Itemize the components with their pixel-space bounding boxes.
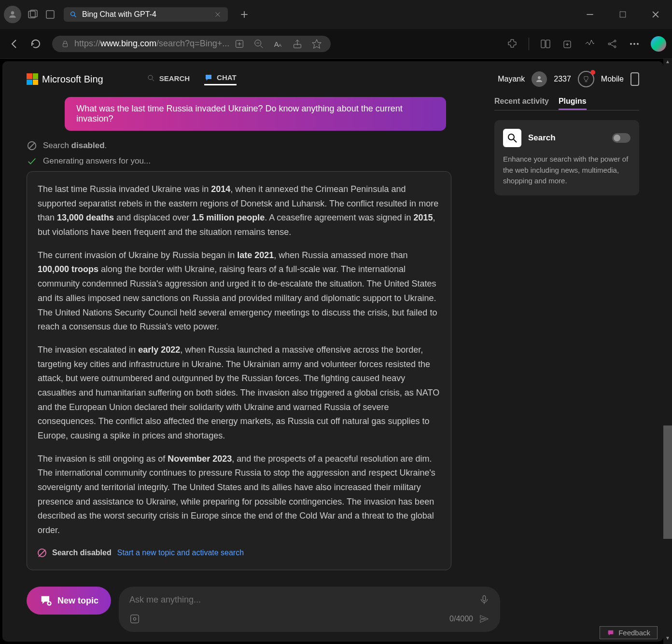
page-content: Microsoft Bing SEARCH CHAT Mayank 2337 M… bbox=[2, 61, 663, 642]
svg-point-45 bbox=[508, 134, 514, 140]
browser-toolbar: https://www.bing.com/search?q=Bing+... A… bbox=[0, 29, 672, 59]
scroll-thumb[interactable] bbox=[663, 425, 672, 539]
image-search-icon[interactable] bbox=[129, 614, 140, 624]
search-icon bbox=[147, 74, 155, 82]
user-name[interactable]: Mayank bbox=[498, 75, 525, 83]
svg-line-19 bbox=[261, 45, 263, 48]
svg-point-32 bbox=[614, 46, 616, 48]
svg-line-39 bbox=[152, 79, 154, 81]
trophy-icon bbox=[582, 75, 590, 83]
browser-tab[interactable]: Bing Chat with GPT-4 bbox=[64, 7, 228, 22]
svg-marker-24 bbox=[312, 39, 321, 48]
microsoft-logo-icon bbox=[27, 73, 38, 85]
svg-rect-26 bbox=[546, 40, 550, 48]
svg-text:A: A bbox=[279, 42, 282, 47]
close-window-button[interactable] bbox=[651, 10, 660, 19]
restart-topic-link[interactable]: Start a new topic and activate search bbox=[117, 547, 244, 559]
mobile-label[interactable]: Mobile bbox=[601, 75, 624, 83]
scroll-down-arrow[interactable]: ▼ bbox=[663, 635, 672, 644]
tab-title: Bing Chat with GPT-4 bbox=[82, 10, 209, 19]
nav-search-tab[interactable]: SEARCH bbox=[147, 73, 190, 85]
workspaces-icon[interactable] bbox=[27, 9, 39, 20]
svg-point-35 bbox=[630, 43, 632, 44]
plugin-description: Enhance your search with the power of th… bbox=[503, 154, 630, 187]
svg-point-53 bbox=[133, 617, 136, 620]
chat-icon bbox=[204, 73, 213, 82]
address-bar[interactable]: https://www.bing.com/search?q=Bing+... A… bbox=[52, 36, 331, 52]
generating-status: Generating answers for you... bbox=[27, 156, 475, 166]
plugin-name: Search bbox=[528, 133, 605, 143]
svg-rect-11 bbox=[620, 12, 626, 17]
scroll-up-arrow[interactable]: ▲ bbox=[663, 59, 672, 68]
bing-logo[interactable]: Microsoft Bing bbox=[27, 73, 103, 85]
new-topic-button[interactable]: New topic bbox=[27, 587, 111, 615]
recent-activity-tab[interactable]: Recent activity bbox=[494, 97, 549, 110]
collections-icon[interactable] bbox=[562, 38, 574, 50]
share-icon[interactable] bbox=[606, 38, 618, 50]
rewards-points[interactable]: 2337 bbox=[554, 75, 571, 83]
svg-point-31 bbox=[614, 40, 616, 42]
user-avatar[interactable] bbox=[532, 71, 547, 87]
url-text: https://www.bing.com/search?q=Bing+... bbox=[74, 39, 229, 49]
notification-dot bbox=[590, 70, 595, 75]
pane-icon[interactable] bbox=[44, 9, 56, 20]
profile-avatar[interactable] bbox=[4, 6, 21, 23]
char-counter: 0/4000 bbox=[449, 615, 473, 623]
svg-rect-50 bbox=[483, 596, 486, 601]
disabled-icon bbox=[27, 140, 37, 151]
new-tab-icon[interactable] bbox=[239, 10, 249, 19]
search-disabled-status: Search disabled. bbox=[27, 140, 475, 151]
more-icon[interactable] bbox=[629, 38, 640, 50]
share-addr-icon[interactable] bbox=[292, 39, 303, 49]
mic-icon[interactable] bbox=[479, 594, 490, 605]
refresh-button[interactable] bbox=[30, 38, 42, 50]
nav-chat-tab[interactable]: CHAT bbox=[204, 73, 237, 85]
title-bar: Bing Chat with GPT-4 bbox=[0, 0, 672, 29]
svg-point-30 bbox=[608, 43, 610, 45]
svg-point-40 bbox=[538, 76, 541, 79]
svg-point-38 bbox=[148, 75, 153, 80]
plugin-card-search: Search Enhance your search with the powe… bbox=[494, 120, 639, 195]
app-icon[interactable] bbox=[234, 39, 245, 49]
copilot-icon[interactable] bbox=[651, 36, 666, 52]
svg-line-44 bbox=[29, 143, 35, 149]
svg-line-46 bbox=[514, 139, 517, 142]
feedback-icon bbox=[607, 629, 615, 637]
svg-line-34 bbox=[610, 44, 614, 46]
back-button[interactable] bbox=[9, 38, 20, 50]
svg-rect-52 bbox=[131, 615, 139, 623]
performance-icon[interactable] bbox=[584, 38, 596, 50]
new-topic-icon bbox=[39, 594, 53, 607]
vertical-scrollbar[interactable]: ▲ ▼ bbox=[663, 59, 672, 644]
split-screen-icon[interactable] bbox=[540, 38, 551, 50]
svg-line-5 bbox=[74, 15, 76, 17]
search-disabled-icon bbox=[38, 548, 46, 557]
minimize-button[interactable] bbox=[585, 10, 595, 19]
zoom-out-icon[interactable] bbox=[253, 39, 264, 49]
svg-point-37 bbox=[637, 43, 639, 44]
lock-icon bbox=[61, 40, 70, 48]
extensions-icon[interactable] bbox=[506, 38, 518, 50]
plugin-search-icon bbox=[503, 129, 521, 147]
rewards-badge[interactable] bbox=[578, 71, 594, 87]
mobile-icon[interactable] bbox=[630, 72, 639, 86]
svg-rect-3 bbox=[46, 11, 54, 18]
search-icon bbox=[70, 11, 77, 18]
plugins-tab[interactable]: Plugins bbox=[559, 97, 587, 110]
check-icon bbox=[27, 156, 37, 166]
svg-point-4 bbox=[71, 12, 75, 16]
user-message: What was the last time Russia invaded Uk… bbox=[65, 97, 446, 131]
maximize-button[interactable] bbox=[618, 10, 628, 19]
reading-view-icon[interactable]: AA bbox=[273, 39, 283, 49]
close-tab-icon[interactable] bbox=[213, 10, 222, 19]
plugin-toggle[interactable] bbox=[612, 133, 630, 143]
svg-line-33 bbox=[610, 41, 614, 43]
ask-box: 0/4000 bbox=[119, 587, 500, 632]
ask-input[interactable] bbox=[129, 595, 473, 605]
feedback-button[interactable]: Feedback bbox=[600, 626, 658, 639]
svg-rect-25 bbox=[541, 40, 545, 48]
answer-card: The last time Russia invaded Ukraine was… bbox=[27, 171, 451, 570]
favorite-icon[interactable] bbox=[311, 39, 322, 49]
send-icon[interactable] bbox=[479, 614, 490, 624]
svg-point-0 bbox=[11, 11, 14, 14]
